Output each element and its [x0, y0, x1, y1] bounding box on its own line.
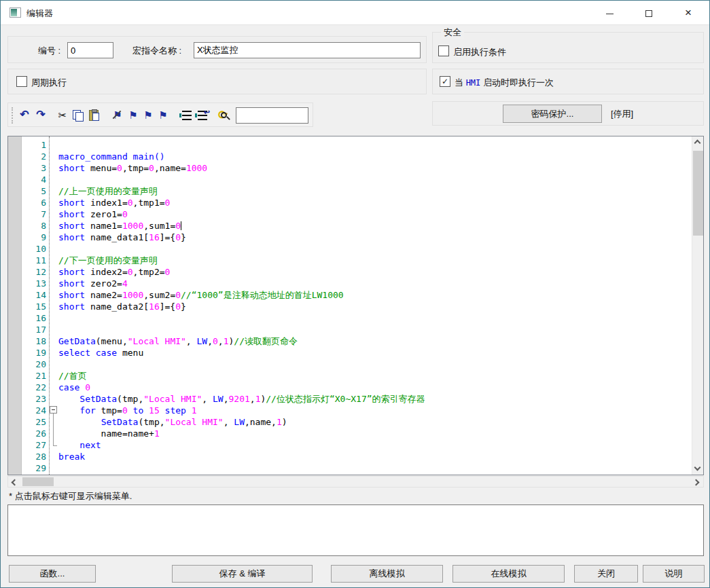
macro-name-input[interactable]	[194, 42, 421, 58]
periodic-checkbox[interactable]	[16, 76, 27, 87]
toggle-bookmark-button[interactable]: ⚑	[111, 108, 124, 123]
find-icon: ⟳	[218, 109, 230, 122]
password-status: [停用]	[611, 108, 633, 120]
code-line: //首页	[58, 370, 690, 382]
vertical-scroll-thumb[interactable]	[693, 151, 703, 236]
code-line: case 0	[58, 382, 690, 393]
app-icon	[10, 7, 21, 18]
editor-margin	[8, 136, 22, 475]
header-panel: 编号 : 宏指令名称 :	[7, 36, 427, 63]
code-line: SetData(tmp,"Local HMI", LW,9201,1)//位状态…	[58, 393, 690, 405]
startup-panel: ✓ 当 HMI 启动时即执行一次	[432, 69, 704, 94]
scroll-down-button[interactable]	[692, 463, 704, 475]
macro-id-input[interactable]	[67, 42, 113, 58]
code-line: next	[58, 439, 690, 451]
editor-window: 编辑器 × 编号 : 宏指令名称 : 周期执行 安全 启用执行条件 ✓ 当 HM…	[0, 0, 710, 588]
cut-button[interactable]: ✂	[56, 108, 69, 123]
close-dialog-button[interactable]: 关闭	[574, 565, 638, 583]
fold-collapse-box[interactable]	[50, 406, 57, 414]
code-line	[58, 174, 690, 185]
fold-bracket-line	[53, 414, 54, 445]
undo-icon: ↶	[20, 109, 29, 120]
code-area[interactable]: macro_command main()short menu=0,tmp=0,n…	[58, 139, 690, 475]
code-line: short name_data2[16]={0}	[58, 301, 690, 312]
save-compile-button[interactable]: 保存 & 编译	[172, 565, 313, 583]
cut-icon: ✂	[58, 109, 67, 121]
text-caret	[181, 221, 181, 230]
password-panel: 密码保护... [停用]	[432, 101, 704, 126]
paste-button[interactable]	[87, 108, 101, 123]
copy-button[interactable]	[71, 108, 84, 123]
help-button[interactable]: 说明	[643, 565, 705, 583]
enable-condition-checkbox[interactable]	[438, 45, 449, 56]
scroll-up-button[interactable]	[692, 136, 704, 148]
next-bookmark-button[interactable]: ⚑	[126, 108, 140, 123]
outdent-button[interactable]: ↩	[196, 108, 209, 123]
code-line: short zero2=4	[58, 278, 690, 289]
previous-bookmark-button[interactable]: ⚑	[141, 108, 155, 123]
security-panel: 安全 启用执行条件	[432, 32, 704, 63]
hmi-text: HMI	[466, 78, 481, 88]
minimize-button[interactable]	[590, 1, 629, 24]
offline-simulation-button[interactable]: 离线模拟	[331, 565, 443, 583]
editor-toolbar: ↶ ↷ ✂ ⚑ ⚑ ⚑ ⚑ ↩ ⟳	[7, 103, 313, 127]
toolbar-search-input[interactable]	[236, 107, 308, 124]
window-title: 编辑器	[26, 7, 53, 20]
undo-button[interactable]: ↶	[18, 108, 31, 123]
scroll-right-button[interactable]	[692, 477, 703, 487]
horizontal-scrollbar[interactable]	[7, 476, 704, 488]
toolbar-grip[interactable]	[12, 107, 13, 124]
code-line	[58, 324, 690, 335]
code-line	[58, 462, 690, 474]
security-group-label: 安全	[441, 26, 464, 39]
code-line: short name_data1[16]={0}	[58, 232, 690, 243]
functions-button[interactable]: 函数...	[9, 565, 96, 583]
previous-bookmark-icon: ⚑	[143, 108, 152, 123]
code-line: select case menu	[58, 347, 690, 359]
periodic-panel: 周期执行	[7, 69, 427, 94]
code-line: short index2=0,tmp2=0	[58, 266, 690, 278]
indent-button[interactable]	[180, 108, 194, 123]
code-line: short zero1=0	[58, 208, 690, 220]
code-line: for tmp=0 to 15 step 1	[58, 405, 690, 416]
code-line	[58, 359, 690, 370]
macro-name-label: 宏指令名称 :	[132, 45, 181, 57]
code-line: short name2=1000,sum2=0//“1000”是注释动态地址的首…	[58, 289, 690, 301]
hint-text: * 点击鼠标右键可显示编辑菜单.	[9, 490, 132, 502]
macro-id-label: 编号 :	[38, 45, 60, 57]
scroll-left-button[interactable]	[8, 477, 20, 487]
close-button[interactable]: ×	[669, 1, 708, 24]
code-line: //上一页使用的变量声明	[58, 185, 690, 197]
code-line	[58, 243, 690, 255]
output-area[interactable]	[7, 504, 704, 556]
code-line: macro_command main()	[58, 151, 690, 162]
code-line: break	[58, 451, 690, 462]
periodic-label: 周期执行	[31, 77, 67, 89]
indent-list-icon	[182, 111, 192, 120]
online-simulation-button[interactable]: 在线模拟	[452, 565, 565, 583]
code-line: short menu=0,tmp=0,name=1000	[58, 162, 690, 174]
code-line: short index1=0,tmp1=0	[58, 197, 690, 208]
horizontal-scroll-thumb[interactable]	[22, 477, 54, 486]
paste-icon	[89, 110, 99, 121]
password-protect-button[interactable]: 密码保护...	[503, 105, 602, 123]
code-line: SetData(tmp,"Local HMI", LW,name,1)	[58, 416, 690, 428]
vertical-scrollbar[interactable]	[692, 136, 703, 475]
code-line: GetData(menu,"Local HMI", LW,0,1)//读取翻页命…	[58, 335, 690, 347]
code-editor[interactable]: 1234567891011121314151617181920212223242…	[7, 136, 704, 475]
redo-button[interactable]: ↷	[34, 108, 48, 123]
code-line: short name1=1000,sum1=0	[58, 220, 690, 232]
enable-condition-label: 启用执行条件	[453, 46, 506, 58]
maximize-button[interactable]	[629, 1, 669, 24]
fold-bracket-foot	[53, 445, 57, 446]
redo-icon: ↷	[36, 109, 45, 120]
copy-icon	[73, 110, 83, 121]
find-button[interactable]: ⟳	[217, 108, 231, 123]
code-line: //下一页使用的变量声明	[58, 255, 690, 266]
clear-bookmarks-button[interactable]: ⚑	[156, 108, 170, 123]
startup-checkbox[interactable]: ✓	[440, 76, 450, 87]
startup-label: 当 HMI 启动时即执行一次	[455, 77, 554, 89]
next-bookmark-icon: ⚑	[128, 108, 137, 123]
code-line	[58, 139, 690, 151]
code-line: name=name+1	[58, 428, 690, 439]
